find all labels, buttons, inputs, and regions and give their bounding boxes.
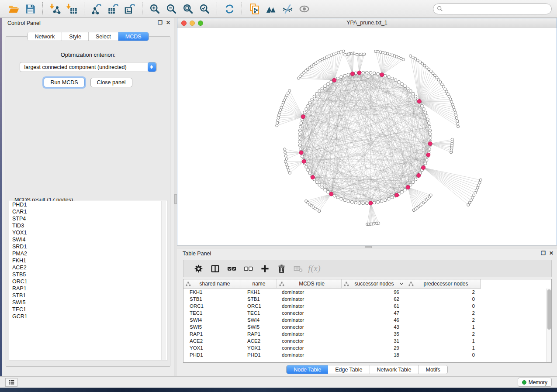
open-session-button[interactable]: [5, 1, 22, 16]
mcds-result-item[interactable]: PMA2: [10, 250, 161, 257]
column-header-name[interactable]: name: [241, 279, 277, 288]
tab-node-table[interactable]: Node Table: [287, 365, 328, 374]
save-session-button[interactable]: [22, 1, 38, 16]
deselect-all-rows-button[interactable]: [240, 261, 256, 275]
table-panel-title: Table Panel: [183, 251, 211, 257]
mcds-result-item[interactable]: SWI4: [10, 236, 161, 243]
table-row[interactable]: YOX1YOX1connector291: [183, 344, 546, 351]
zoom-selected-button[interactable]: [196, 1, 213, 16]
mcds-result-item[interactable]: GCR1: [10, 313, 161, 320]
table-scrollbar[interactable]: [546, 289, 551, 362]
delete-columns-button[interactable]: [273, 261, 290, 275]
column-header-MCDS-role[interactable]: MCDS role: [277, 279, 342, 288]
new-network-from-selection-button[interactable]: [246, 1, 263, 16]
close-window-icon[interactable]: [181, 21, 187, 26]
mcds-result-item[interactable]: STB1: [10, 292, 161, 299]
hide-selected-button[interactable]: [279, 1, 296, 16]
float-panel-button[interactable]: ❐: [158, 20, 163, 26]
search-input[interactable]: [445, 6, 548, 12]
import-table-button[interactable]: [63, 1, 80, 16]
mcds-result-item[interactable]: TEC1: [10, 306, 161, 313]
tab-motifs[interactable]: Motifs: [419, 365, 447, 374]
run-mcds-button[interactable]: Run MCDS: [44, 78, 84, 87]
table-row[interactable]: ACE2ACE2connector311: [183, 337, 546, 344]
zoom-in-button[interactable]: [146, 1, 163, 16]
search-box[interactable]: [433, 3, 552, 14]
refresh-icon: [224, 3, 235, 15]
tab-edge-table[interactable]: Edge Table: [328, 365, 370, 374]
toolbar-separator: [84, 2, 84, 15]
table-row[interactable]: SWI5SWI5connector431: [183, 323, 546, 330]
control-panel-tabs: NetworkStyleSelectMCDS: [2, 32, 174, 41]
column-header-shared-name[interactable]: shared name: [183, 279, 241, 288]
table-row[interactable]: TEC1TEC1connector472: [183, 309, 546, 316]
mcds-result-scrollbar[interactable]: [161, 201, 166, 360]
table-row[interactable]: RAP1RAP1dominator352: [183, 330, 546, 337]
mcds-result-item[interactable]: PHD1: [10, 201, 161, 208]
mcds-result-item[interactable]: FKH1: [10, 257, 161, 264]
mcds-result-item[interactable]: YOX1: [10, 229, 161, 236]
show-columns-button[interactable]: [207, 261, 223, 275]
mcds-result-list[interactable]: PHD1CAR1STP4TID3YOX1SWI4SRD1PMA2FKH1ACE2…: [10, 201, 161, 360]
float-panel-button[interactable]: ❐: [541, 250, 546, 256]
mcds-result-item[interactable]: RAP1: [10, 285, 161, 292]
hierarchy-icon: [344, 282, 349, 286]
select-all-rows-button[interactable]: [223, 261, 240, 275]
network-view-titlebar[interactable]: YPA_prune.txt_1: [177, 18, 557, 28]
zoom-selected-icon: [199, 3, 211, 15]
table-row[interactable]: FKH1FKH1dominator962: [183, 289, 546, 296]
minimize-window-icon[interactable]: [190, 21, 195, 26]
table-row[interactable]: PHD1PHD1dominator180: [183, 351, 546, 358]
memory-button[interactable]: Memory: [518, 378, 552, 387]
apply-layout-button[interactable]: [221, 1, 238, 16]
import-network-button[interactable]: [47, 1, 63, 16]
network-canvas[interactable]: [177, 28, 557, 245]
zoom-out-button[interactable]: [163, 1, 180, 16]
table-row[interactable]: ORC1ORC1dominator610: [183, 303, 546, 309]
control-panel-title: Control Panel: [7, 20, 41, 26]
table-row[interactable]: SWI4SWI4dominator462: [183, 316, 546, 323]
zoom-fit-button[interactable]: [180, 1, 196, 16]
first-neighbors-icon: [265, 3, 277, 15]
mcds-result-item[interactable]: CAR1: [10, 208, 161, 215]
splitter-grip[interactable]: [174, 194, 177, 204]
create-column-button[interactable]: [256, 261, 273, 275]
right-area: YPA_prune.txt_1 Table Panel ❐ ✕: [177, 18, 557, 376]
task-history-button[interactable]: [5, 378, 17, 387]
tab-select[interactable]: Select: [89, 32, 118, 41]
close-mcds-panel-button[interactable]: Close panel: [90, 78, 132, 87]
tab-style[interactable]: Style: [62, 32, 89, 41]
splitter-grip[interactable]: [365, 246, 372, 248]
column-header-predecessor-nodes[interactable]: predecessor nodes: [406, 279, 481, 288]
tab-network-table[interactable]: Network Table: [370, 365, 419, 374]
mcds-result-item[interactable]: TID3: [10, 222, 161, 229]
mcds-result-item[interactable]: SWI5: [10, 299, 161, 306]
mcds-result-item[interactable]: ACE2: [10, 264, 161, 271]
table-row[interactable]: STB1STB1dominator620: [183, 296, 546, 303]
table-panel: Table Panel ❐ ✕: [177, 248, 557, 376]
export-table-button[interactable]: [105, 1, 121, 16]
column-header-successor-nodes[interactable]: successor nodes: [342, 279, 406, 288]
tab-mcds[interactable]: MCDS: [118, 32, 149, 41]
gear-icon: [194, 264, 203, 273]
open-folder-icon: [8, 3, 20, 15]
mcds-result-item[interactable]: STB5: [10, 271, 161, 278]
first-neighbors-button[interactable]: [263, 1, 279, 16]
mcds-result-item[interactable]: SRD1: [10, 243, 161, 250]
mcds-result-item[interactable]: ORC1: [10, 278, 161, 285]
scrollbar-thumb[interactable]: [547, 289, 551, 330]
control-panel-tabbar: NetworkStyleSelectMCDS: [27, 32, 149, 41]
optimization-criterion-select[interactable]: largest connected component (undirected): [20, 62, 157, 72]
export-network-button[interactable]: [88, 1, 105, 16]
show-all-button[interactable]: [296, 1, 312, 16]
horizontal-splitter[interactable]: [177, 245, 557, 248]
export-image-button[interactable]: [121, 1, 138, 16]
close-panel-button[interactable]: ✕: [166, 20, 170, 26]
toolbar-separator: [217, 2, 217, 15]
status-bar: Memory: [0, 376, 557, 388]
mcds-result-item[interactable]: STP4: [10, 215, 161, 222]
tab-network[interactable]: Network: [28, 32, 62, 41]
maximize-window-icon[interactable]: [198, 21, 203, 26]
close-panel-button[interactable]: ✕: [549, 250, 554, 256]
table-settings-button[interactable]: [190, 261, 207, 275]
